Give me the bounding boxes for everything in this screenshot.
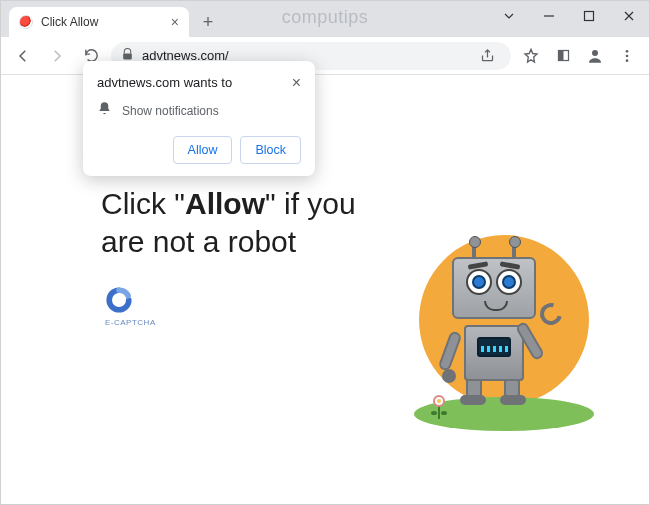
extensions-icon[interactable] <box>549 42 577 70</box>
tab-title: Click Allow <box>41 15 163 29</box>
window-minimize-icon[interactable] <box>529 1 569 31</box>
share-icon[interactable] <box>473 42 501 70</box>
svg-point-12 <box>441 411 447 415</box>
titlebar: computips Click Allow × + <box>1 1 649 37</box>
profile-icon[interactable] <box>581 42 609 70</box>
forward-button[interactable] <box>43 42 71 70</box>
svg-rect-1 <box>123 53 132 59</box>
favicon-icon <box>19 15 33 29</box>
new-tab-button[interactable]: + <box>195 9 221 35</box>
svg-rect-3 <box>558 51 563 61</box>
svg-point-4 <box>592 50 598 56</box>
svg-point-11 <box>431 411 437 415</box>
captcha-badge: E-CAPTCHA <box>105 286 389 327</box>
window-close-icon[interactable] <box>609 1 649 31</box>
bookmark-icon[interactable] <box>517 42 545 70</box>
window-dropdown-icon[interactable] <box>489 1 529 31</box>
window-maximize-icon[interactable] <box>569 1 609 31</box>
permission-message: Show notifications <box>122 104 219 118</box>
window-controls <box>489 1 649 31</box>
captcha-label: E-CAPTCHA <box>105 318 389 327</box>
permission-title: advtnews.com wants to <box>97 75 284 90</box>
permission-close-icon[interactable]: × <box>292 75 301 91</box>
menu-icon[interactable] <box>613 42 641 70</box>
svg-point-7 <box>626 59 629 62</box>
svg-point-5 <box>626 50 629 53</box>
headline-pre: Click " <box>101 187 185 220</box>
svg-point-10 <box>437 399 441 403</box>
watermark-text: computips <box>282 7 369 28</box>
flower-icon <box>426 393 452 421</box>
block-button[interactable]: Block <box>240 136 301 164</box>
tab-close-icon[interactable]: × <box>171 15 179 29</box>
captcha-logo-icon <box>105 286 133 314</box>
bell-icon <box>97 101 112 120</box>
back-button[interactable] <box>9 42 37 70</box>
browser-tab[interactable]: Click Allow × <box>9 7 189 37</box>
headline-bold: Allow <box>185 187 265 220</box>
allow-button[interactable]: Allow <box>173 136 233 164</box>
svg-point-6 <box>626 54 629 57</box>
headline: Click "Allow" if you are not a robot <box>101 185 389 260</box>
robot-illustration <box>404 225 604 445</box>
svg-rect-0 <box>585 12 594 21</box>
notification-permission-popup: advtnews.com wants to × Show notificatio… <box>83 61 315 176</box>
